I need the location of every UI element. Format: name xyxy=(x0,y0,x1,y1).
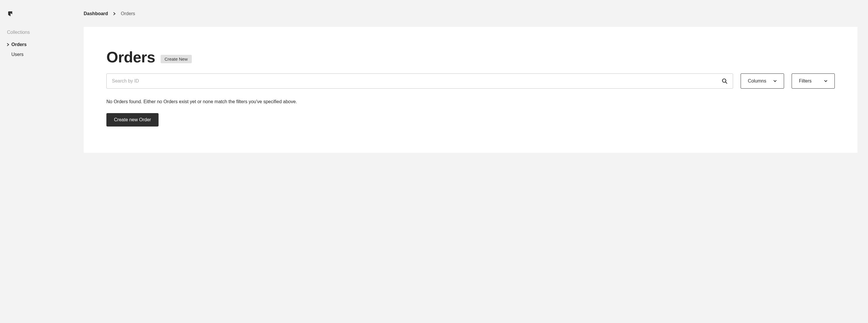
columns-dropdown[interactable]: Columns xyxy=(741,74,784,89)
sidebar-item-users[interactable]: Users xyxy=(7,50,76,59)
create-new-pill-button[interactable]: Create New xyxy=(161,55,192,63)
search-input[interactable] xyxy=(112,79,722,84)
chevron-down-icon xyxy=(824,80,828,82)
sidebar-item-label: Orders xyxy=(11,42,76,47)
logo-icon xyxy=(7,10,14,18)
sidebar-item-label: Users xyxy=(11,52,76,57)
sidebar-item-orders[interactable]: Orders xyxy=(7,40,76,50)
columns-dropdown-label: Columns xyxy=(748,79,766,84)
svg-line-1 xyxy=(725,82,727,84)
search-icon[interactable] xyxy=(722,78,727,84)
sidebar: Collections Orders Users xyxy=(0,0,84,323)
content-card: Orders Create New Columns xyxy=(84,27,858,153)
breadcrumb-root[interactable]: Dashboard xyxy=(84,11,108,16)
page-title: Orders xyxy=(106,50,155,65)
create-new-order-button[interactable]: Create new Order xyxy=(106,113,159,126)
chevron-down-icon xyxy=(773,80,777,82)
sidebar-heading: Collections xyxy=(7,30,76,35)
chevron-right-icon xyxy=(113,12,116,15)
filters-dropdown[interactable]: Filters xyxy=(792,74,835,89)
empty-state-message: No Orders found. Either no Orders exist … xyxy=(106,99,835,105)
breadcrumb-current: Orders xyxy=(121,11,135,16)
chevron-right-icon xyxy=(7,43,11,46)
search-field-wrapper[interactable] xyxy=(106,74,733,89)
breadcrumb: Dashboard Orders xyxy=(84,0,858,27)
filters-dropdown-label: Filters xyxy=(799,79,812,84)
svg-point-0 xyxy=(722,79,726,83)
